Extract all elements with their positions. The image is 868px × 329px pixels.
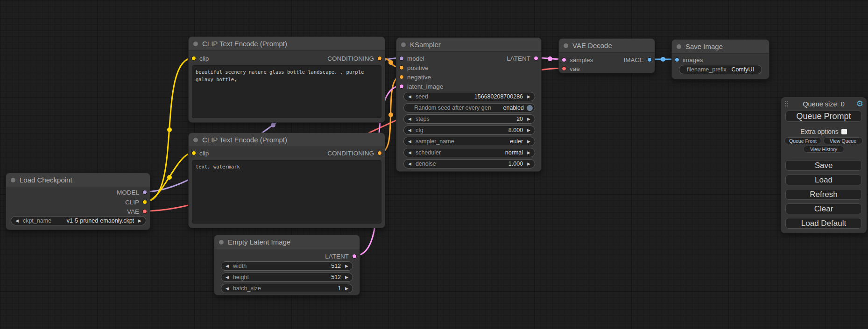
prompt-text-input[interactable]: text, watermark bbox=[192, 160, 381, 224]
output-port-latent[interactable] bbox=[352, 254, 357, 259]
view-queue-button[interactable]: View Queue bbox=[823, 137, 863, 144]
queue-prompt-button[interactable]: Queue Prompt bbox=[785, 111, 862, 122]
input-port-model[interactable] bbox=[399, 56, 404, 61]
node-clip-text-encode-positive[interactable]: CLIP Text Encode (Prompt) clip CONDITION… bbox=[188, 36, 385, 123]
output-port-conditioning[interactable] bbox=[377, 56, 382, 61]
widget-width[interactable]: ◀ width 512 ▶ bbox=[221, 261, 353, 271]
decrement-arrow-icon[interactable]: ◀ bbox=[221, 264, 233, 268]
decrement-arrow-icon[interactable]: ◀ bbox=[404, 117, 416, 121]
node-title: CLIP Text Encode (Prompt) bbox=[202, 40, 287, 48]
increment-arrow-icon[interactable]: ▶ bbox=[523, 161, 535, 166]
widget-random-seed-toggle[interactable]: Random seed after every gen enabled bbox=[403, 103, 535, 112]
widget-name: denoise bbox=[416, 161, 436, 167]
widget-name: height bbox=[233, 274, 249, 280]
clear-button[interactable]: Clear bbox=[785, 203, 862, 214]
output-port-image[interactable] bbox=[647, 57, 652, 62]
node-save-image[interactable]: Save Image images filename_prefix ComfyU… bbox=[671, 39, 769, 79]
load-default-button[interactable]: Load Default bbox=[785, 218, 862, 229]
node-ksampler[interactable]: KSampler model LATENT positive negative … bbox=[396, 37, 542, 172]
queue-front-button[interactable]: Queue Front bbox=[784, 137, 821, 144]
increment-arrow-icon[interactable]: ▶ bbox=[523, 128, 535, 133]
widget-value: 156680208700286 bbox=[474, 93, 523, 100]
decrement-arrow-icon[interactable]: ◀ bbox=[404, 139, 416, 144]
widget-ckpt-name[interactable]: ◀ ckpt_name v1-5-pruned-emaonly.ckpt ▶ bbox=[11, 216, 146, 225]
node-empty-latent-image[interactable]: Empty Latent Image LATENT ◀ width 512 ▶ … bbox=[214, 235, 360, 295]
output-port-vae[interactable] bbox=[142, 209, 147, 214]
increment-arrow-icon[interactable]: ▶ bbox=[341, 275, 353, 280]
decrement-arrow-icon[interactable]: ◀ bbox=[221, 286, 233, 291]
decrement-arrow-icon[interactable]: ◀ bbox=[11, 218, 23, 223]
save-button[interactable]: Save bbox=[785, 160, 862, 171]
decrement-arrow-icon[interactable]: ◀ bbox=[404, 94, 416, 99]
output-port-conditioning[interactable] bbox=[377, 151, 382, 155]
input-port-positive[interactable] bbox=[399, 65, 404, 70]
queue-menu-panel: Queue size: 0 ⚙ Queue Prompt Extra optio… bbox=[781, 97, 867, 233]
input-port-vae[interactable] bbox=[562, 66, 566, 71]
input-port-latent-image[interactable] bbox=[399, 84, 404, 89]
widget-value: 512 bbox=[331, 274, 341, 280]
widget-value: euler bbox=[510, 138, 523, 145]
node-title-bar[interactable]: CLIP Text Encode (Prompt) bbox=[189, 37, 385, 51]
increment-arrow-icon[interactable]: ▶ bbox=[523, 117, 535, 121]
widget-value: 1 bbox=[338, 285, 341, 292]
increment-arrow-icon[interactable]: ▶ bbox=[341, 264, 353, 268]
input-port-images[interactable] bbox=[675, 57, 679, 62]
node-title-bar[interactable]: Load Checkpoint bbox=[6, 173, 150, 187]
node-title: Empty Latent Image bbox=[228, 238, 290, 246]
widget-seed[interactable]: ◀ seed 156680208700286 ▶ bbox=[403, 92, 535, 101]
input-port-samples[interactable] bbox=[562, 57, 566, 62]
output-label-latent: LATENT bbox=[325, 253, 349, 260]
decrement-arrow-icon[interactable]: ◀ bbox=[404, 161, 416, 166]
output-port-clip[interactable] bbox=[142, 200, 147, 204]
widget-denoise[interactable]: ◀ denoise 1.000 ▶ bbox=[403, 159, 535, 168]
widget-sampler-name[interactable]: ◀ sampler_name euler ▶ bbox=[403, 137, 535, 146]
node-title-bar[interactable]: VAE Decode bbox=[559, 39, 655, 53]
link-midpoint-dot bbox=[661, 57, 665, 62]
increment-arrow-icon[interactable]: ▶ bbox=[523, 139, 535, 144]
node-load-checkpoint[interactable]: Load Checkpoint MODEL CLIP VAE ◀ ckpt_na… bbox=[6, 173, 150, 230]
load-button[interactable]: Load bbox=[785, 175, 862, 185]
increment-arrow-icon[interactable]: ▶ bbox=[523, 150, 535, 155]
node-title-bar[interactable]: CLIP Text Encode (Prompt) bbox=[189, 133, 385, 147]
settings-gear-icon[interactable]: ⚙ bbox=[856, 99, 863, 109]
increment-arrow-icon[interactable]: ▶ bbox=[523, 94, 535, 99]
link-midpoint-dot bbox=[167, 127, 172, 132]
node-title-bar[interactable]: Empty Latent Image bbox=[214, 235, 360, 249]
input-label-clip: clip bbox=[199, 150, 209, 157]
node-vae-decode[interactable]: VAE Decode samples IMAGE vae bbox=[558, 38, 655, 73]
widget-batch-size[interactable]: ◀ batch_size 1 ▶ bbox=[221, 284, 353, 293]
input-label-latent-image: latent_image bbox=[407, 83, 443, 90]
widget-filename-prefix[interactable]: filename_prefix ComfyUI bbox=[679, 65, 762, 74]
decrement-arrow-icon[interactable]: ◀ bbox=[404, 150, 416, 155]
widget-value: normal bbox=[505, 149, 523, 156]
decrement-arrow-icon[interactable]: ◀ bbox=[221, 275, 233, 280]
widget-cfg[interactable]: ◀ cfg 8.000 ▶ bbox=[403, 126, 535, 135]
view-history-button[interactable]: View History bbox=[803, 146, 844, 153]
widget-name: steps bbox=[416, 116, 430, 122]
widget-height[interactable]: ◀ height 512 ▶ bbox=[221, 273, 353, 282]
input-port-negative[interactable] bbox=[399, 75, 404, 79]
widget-steps[interactable]: ◀ steps 20 ▶ bbox=[403, 114, 535, 124]
toggle-knob[interactable] bbox=[527, 105, 533, 111]
output-label-conditioning: CONDITIONING bbox=[327, 55, 374, 62]
node-clip-text-encode-negative[interactable]: CLIP Text Encode (Prompt) clip CONDITION… bbox=[188, 133, 385, 228]
output-port-latent[interactable] bbox=[534, 56, 538, 61]
input-port-clip[interactable] bbox=[191, 56, 196, 61]
node-status-dot-icon bbox=[401, 42, 406, 47]
widget-name: sampler_name bbox=[416, 138, 454, 145]
input-label-model: model bbox=[407, 55, 424, 62]
input-port-clip[interactable] bbox=[191, 151, 196, 155]
widget-name: batch_size bbox=[233, 285, 261, 292]
prompt-text-input[interactable]: beautiful scenery nature glass bottle la… bbox=[192, 65, 381, 118]
widget-name: ckpt_name bbox=[23, 217, 51, 224]
increment-arrow-icon[interactable]: ▶ bbox=[341, 286, 353, 291]
widget-scheduler[interactable]: ◀ scheduler normal ▶ bbox=[403, 148, 535, 157]
decrement-arrow-icon[interactable]: ◀ bbox=[404, 128, 416, 133]
node-title-bar[interactable]: KSampler bbox=[396, 38, 541, 52]
node-title-bar[interactable]: Save Image bbox=[672, 40, 769, 54]
increment-arrow-icon[interactable]: ▶ bbox=[134, 218, 146, 223]
output-port-model[interactable] bbox=[142, 190, 147, 195]
refresh-button[interactable]: Refresh bbox=[785, 189, 862, 200]
widget-value: 1.000 bbox=[508, 161, 523, 167]
extra-options-checkbox[interactable] bbox=[841, 129, 847, 134]
